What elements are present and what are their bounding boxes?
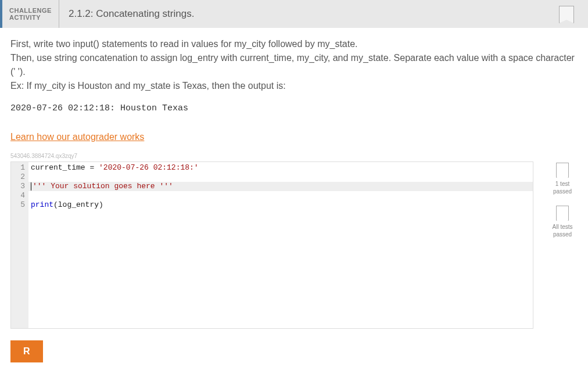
line-gutter: 1 2 3 4 5 [11, 162, 28, 328]
instructions: First, write two input() statements to r… [10, 37, 578, 93]
code-editor[interactable]: 1 2 3 4 5 current_time = '2020-07-26 02:… [10, 161, 533, 329]
text-cursor [31, 182, 31, 191]
line-number: 5 [17, 200, 25, 210]
bookmark-icon[interactable] [559, 6, 574, 23]
challenge-title: 2.1.2: Concatenating strings. [59, 0, 203, 28]
line-number: 2 [17, 173, 25, 182]
run-button[interactable]: R [10, 340, 43, 362]
badge-icon [556, 163, 569, 178]
badge-icon [556, 206, 569, 221]
status-text: All tests passed [547, 223, 578, 238]
hash-id: 543046.3884724.qx3zqy7 [10, 153, 578, 159]
instruction-line: Ex: If my_city is Houston and my_state i… [10, 79, 578, 93]
challenge-label-box: CHALLENGE ACTIVITY [2, 0, 59, 28]
autograder-link[interactable]: Learn how our autograder works [10, 132, 144, 142]
code-body[interactable]: current_time = '2020-07-26 02:12:18:' ''… [28, 162, 533, 328]
code-line-active[interactable]: ''' Your solution goes here ''' [28, 182, 533, 191]
status-one-test: 1 test passed [547, 163, 578, 195]
challenge-label-2: ACTIVITY [9, 14, 52, 21]
example-output: 2020-07-26 02:12:18: Houston Texas [10, 103, 578, 113]
code-line[interactable] [28, 173, 533, 182]
code-line[interactable]: current_time = '2020-07-26 02:12:18:' [28, 163, 533, 173]
line-number: 1 [17, 163, 25, 173]
instruction-line: First, write two input() statements to r… [10, 37, 578, 51]
challenge-header: CHALLENGE ACTIVITY 2.1.2: Concatenating … [0, 0, 588, 28]
status-text: 1 test passed [547, 180, 578, 195]
editor-row: 1 2 3 4 5 current_time = '2020-07-26 02:… [10, 161, 578, 329]
content-area: First, write two input() statements to r… [0, 28, 588, 370]
code-line[interactable]: print(log_entry) [28, 200, 533, 210]
status-column: 1 test passed All tests passed [533, 161, 578, 249]
status-all-tests: All tests passed [547, 206, 578, 238]
code-line[interactable] [28, 191, 533, 200]
instruction-line: Then, use string concatenation to assign… [10, 51, 578, 79]
line-number: 3 [17, 182, 25, 191]
line-number: 4 [17, 191, 25, 200]
challenge-label-1: CHALLENGE [9, 7, 52, 14]
